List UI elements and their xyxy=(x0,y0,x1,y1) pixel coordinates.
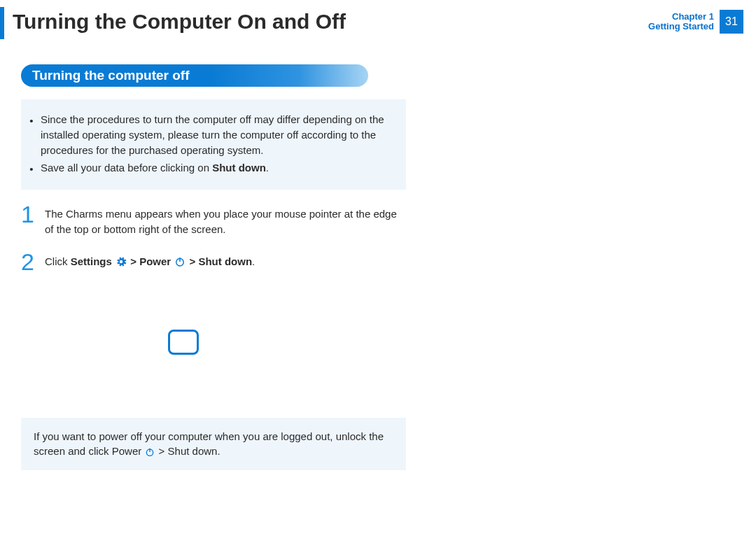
step-number: 2 xyxy=(21,250,39,274)
svg-point-0 xyxy=(120,260,123,263)
step-1: 1 The Charms menu appears when you place… xyxy=(21,202,406,237)
power-icon xyxy=(144,446,155,458)
footer-period: . xyxy=(217,445,220,457)
step2-sep1: > xyxy=(130,255,139,267)
page-number-badge: 31 xyxy=(720,10,743,34)
note-text: Save all your data before clicking on Sh… xyxy=(41,160,393,177)
gear-icon xyxy=(115,255,127,268)
info-box-top: • Since the procedures to turn the compu… xyxy=(21,99,406,190)
step2-power-label: Power xyxy=(139,255,171,267)
footer-sep: > xyxy=(159,445,168,457)
chapter-line1: Chapter 1 xyxy=(648,12,714,22)
title-accent-bar xyxy=(0,7,4,39)
footer-power-label: Power xyxy=(112,445,142,457)
power-icon xyxy=(174,255,186,268)
chapter-line2: Getting Started xyxy=(648,22,714,31)
footer-shutdown-label: Shut down xyxy=(168,445,218,457)
step-2: 2 Click Settings > Power > Shut down. xyxy=(21,250,406,274)
step2-period: . xyxy=(252,255,255,267)
step-body: Click Settings > Power > Shut down. xyxy=(45,250,406,274)
bullet-icon: • xyxy=(28,112,35,157)
page-title: Turning the Computer On and Off xyxy=(13,7,346,33)
step2-shutdown-label: Shut down xyxy=(198,255,252,267)
bullet-icon: • xyxy=(28,160,35,177)
note-text-part: Save all your data before clicking on xyxy=(41,162,212,174)
step2-prefix: Click xyxy=(45,255,71,267)
info-box-bottom: If you want to power off your computer w… xyxy=(21,418,406,471)
content-column: Turning the computer off • Since the pro… xyxy=(0,45,413,470)
note-item: • Since the procedures to turn the compu… xyxy=(28,112,393,157)
note-text-bold: Shut down xyxy=(212,162,266,174)
step-body: The Charms menu appears when you place y… xyxy=(45,202,406,237)
step2-settings-label: Settings xyxy=(71,255,112,267)
page-header: Turning the Computer On and Off Chapter … xyxy=(0,0,756,45)
section-heading: Turning the computer off xyxy=(21,64,368,87)
chapter-label: Chapter 1 Getting Started xyxy=(648,12,714,32)
screenshot-placeholder xyxy=(168,330,199,355)
note-text: Since the procedures to turn the compute… xyxy=(41,112,393,157)
header-left: Turning the Computer On and Off xyxy=(0,7,346,39)
note-item: • Save all your data before clicking on … xyxy=(28,160,393,177)
header-right: Chapter 1 Getting Started 31 xyxy=(648,7,756,34)
step-number: 1 xyxy=(21,202,39,237)
step2-sep2: > xyxy=(190,255,199,267)
